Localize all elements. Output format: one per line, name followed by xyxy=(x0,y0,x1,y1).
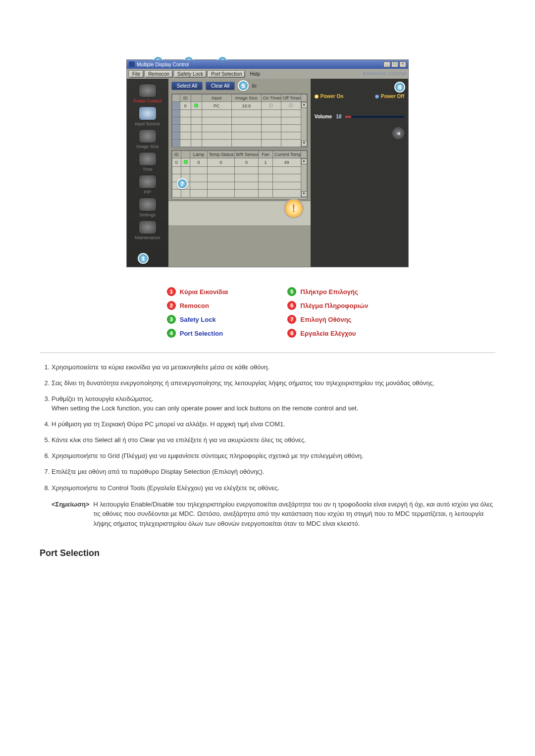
scroll-up[interactable]: ▲ xyxy=(301,102,307,108)
g1-h-chk xyxy=(172,95,180,102)
g1-h-size: Image Size xyxy=(231,95,261,102)
side-panel: 8 Power On Power Off Volume 10 xyxy=(311,79,408,267)
legend-item-6: 6 Πλέγμα Πληροφοριών xyxy=(287,301,368,310)
section-heading: Port Selection xyxy=(40,548,495,558)
volume-value: 10 xyxy=(336,114,341,119)
sidebar-input-source[interactable]: Input Source xyxy=(130,106,165,126)
g1-row-0[interactable]: 0 PC 16:9 ▲ ▼ xyxy=(172,102,307,110)
legend-item-4: 4 Port Selection xyxy=(167,329,228,338)
g1-checkbox[interactable] xyxy=(172,102,180,110)
volume-label: Volume xyxy=(315,114,332,119)
menu-help[interactable]: Help xyxy=(246,70,264,78)
sidebar-time-label: Time xyxy=(130,167,165,172)
menu-port-selection[interactable]: Port Selection xyxy=(208,70,245,78)
sidebar-power-control[interactable]: Power Control xyxy=(130,84,165,103)
note-text: Η λειτουργία Enable/Disable του τηλεχειρ… xyxy=(93,500,495,529)
clear-all-button[interactable]: Clear All xyxy=(206,82,235,90)
callout-8: 8 xyxy=(394,82,405,93)
minimize-button[interactable]: _ xyxy=(383,61,390,67)
g2-fan: 1 xyxy=(259,158,272,167)
power-on-dot xyxy=(315,95,319,99)
toolbar: Select All Clear All 5 ile xyxy=(168,79,311,93)
legend-badge-1: 1 xyxy=(167,287,176,296)
legend-item-2: 2 Remocon xyxy=(167,301,228,310)
g2-lamp: 0 xyxy=(190,158,208,167)
g2-row-0[interactable]: 0 0 0 0 1 49 ▲ xyxy=(172,158,307,167)
close-button[interactable]: × xyxy=(399,61,406,67)
sidebar-pip[interactable]: PIP xyxy=(130,175,165,195)
notes-list: Χρησιμοποιείστε τα κύρια εικονίδια για ν… xyxy=(40,363,495,493)
image-size-icon xyxy=(139,129,157,143)
sidebar-image-size[interactable]: Image Size xyxy=(130,129,165,149)
menu-file[interactable]: File xyxy=(129,70,144,78)
scroll-up-2[interactable]: ▲ xyxy=(301,158,307,164)
legend-item-8: 8 Εργαλεία Ελέγχου xyxy=(287,329,368,338)
g1-h-st xyxy=(191,95,202,102)
sidebar-settings-label: Settings xyxy=(130,212,165,217)
legend-badge-4: 4 xyxy=(167,329,176,338)
legend-item-7: 7 Επιλογή Οθόνης xyxy=(287,315,368,324)
note-3b: When setting the Lock function, you can … xyxy=(52,404,358,412)
legend-label-2: Remocon xyxy=(180,302,209,309)
g2-br: 0 xyxy=(234,158,259,167)
note-7: Επιλέξτε μια οθόνη από το παράθυρο Displ… xyxy=(52,467,495,476)
scroll-down-2[interactable]: ▼ xyxy=(301,191,307,197)
maintenance-icon xyxy=(139,220,157,234)
power-on-button[interactable]: Power On xyxy=(315,94,344,99)
legend-label-1: Κύρια Εικονίδια xyxy=(180,288,228,296)
sidebar-maintenance[interactable]: Maintenance xyxy=(130,220,165,240)
legend-badge-6: 6 xyxy=(287,301,296,310)
g1-h-id: ID xyxy=(180,95,191,102)
input-icon xyxy=(139,106,157,120)
scrollbar[interactable]: ▲ ▼ xyxy=(301,102,307,147)
menu-remocon[interactable]: Remocon xyxy=(145,70,173,78)
g1-h-on: On Timer xyxy=(261,95,281,102)
sidebar-image-label: Image Size xyxy=(130,144,165,149)
g2-temp: 0 xyxy=(207,158,234,167)
note-8: Χρησιμοποιήστε το Control Tools (Εργαλεί… xyxy=(52,484,495,493)
separator xyxy=(40,353,495,353)
grid-top: ID Input Image Size On Timer Off Timer xyxy=(171,94,308,148)
power-off-label: Power Off xyxy=(381,94,404,99)
callout-1: 1 xyxy=(138,253,149,264)
brand-label: SAMSUNG DIGITall xyxy=(363,71,406,76)
sidebar-time[interactable]: Time xyxy=(130,152,165,172)
legend-label-5: Πλήκτρο Επιλογής xyxy=(300,288,358,296)
select-all-button[interactable]: Select All xyxy=(171,82,203,90)
maximize-button[interactable]: □ xyxy=(391,61,398,67)
scrollbar-2[interactable]: ▲ ▼ xyxy=(301,158,307,197)
power-off-button[interactable]: Power Off xyxy=(375,94,404,99)
g1-status xyxy=(191,102,202,110)
g2-h-lamp: Lamp xyxy=(190,151,208,158)
g1-input: PC xyxy=(202,102,231,110)
timer-dot xyxy=(289,103,293,107)
legend-badge-3: 3 xyxy=(167,315,176,324)
g2-h-id: ID xyxy=(172,151,181,158)
menu-safety-lock[interactable]: Safety Lock xyxy=(174,70,207,78)
legend: 1 Κύρια Εικονίδια 2 Remocon 3 Safety Loc… xyxy=(40,287,495,338)
sidebar-settings[interactable]: Settings xyxy=(130,198,165,217)
note-block: <Σημείωση> Η λειτουργία Enable/Disable τ… xyxy=(52,500,495,529)
power-off-dot xyxy=(375,95,379,99)
volume-slider[interactable] xyxy=(345,116,404,118)
g2-h-temp: Temp.Status xyxy=(207,151,234,158)
status-dot-green xyxy=(194,103,198,107)
callout-5: 5 xyxy=(238,80,249,91)
note-key: <Σημείωση> xyxy=(52,500,89,529)
legend-label-6: Πλέγμα Πληροφοριών xyxy=(300,302,368,309)
g1-h-off: Off Timer xyxy=(281,95,301,102)
volume-row: Volume 10 xyxy=(315,114,404,119)
note-4: Η ρύθμιση για τη Σειριακή Θύρα PC μπορεί… xyxy=(52,420,495,429)
note-3a: Ρυθμίζει τη λειτουργία κλειδώματος. xyxy=(52,395,154,403)
g2-cur: 49 xyxy=(272,158,301,167)
sidebar-pip-label: PIP xyxy=(130,190,165,195)
app-icon xyxy=(129,61,135,67)
time-icon xyxy=(139,152,157,166)
sidebar-power-label: Power Control xyxy=(130,99,165,103)
sidebar-maintenance-label: Maintenance xyxy=(130,235,165,240)
legend-item-1: 1 Κύρια Εικονίδια xyxy=(167,287,228,296)
speaker-icon[interactable]: ◄ xyxy=(392,127,404,139)
g2-h-fan: Fan xyxy=(259,151,272,158)
g1-id: 0 xyxy=(180,102,191,110)
scroll-down[interactable]: ▼ xyxy=(301,141,307,147)
